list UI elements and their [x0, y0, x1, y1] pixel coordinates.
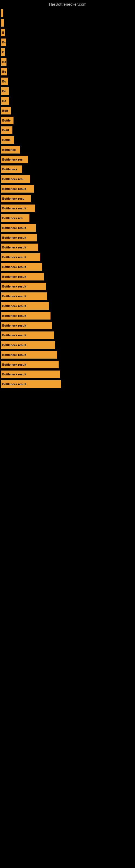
bar-row-26: Bottleneck result [0, 261, 135, 271]
bar-5: Bo [1, 58, 6, 66]
bar-20: Bottleneck result [1, 205, 35, 212]
bar-row-18: Bottleneck result [0, 183, 135, 193]
bar-row-9: Bo [0, 95, 135, 105]
bar-row-23: Bottleneck result [0, 232, 135, 242]
bar-25: Bottleneck result [1, 253, 40, 261]
bar-row-29: Bottleneck result [0, 291, 135, 301]
bar-row-16: Bottleneck [0, 164, 135, 174]
bar-18: Bottleneck result [1, 185, 34, 193]
bar-12: Bottl [1, 126, 12, 134]
bar-27: Bottleneck result [1, 273, 44, 280]
bar-23: Bottleneck result [1, 234, 37, 241]
bar-16: Bottleneck [1, 165, 22, 173]
bar-13: Bottle [1, 136, 14, 144]
bar-row-25: Bottleneck result [0, 252, 135, 261]
bar-row-15: Bottleneck res [0, 154, 135, 164]
bar-row-37: Bottleneck result [0, 369, 135, 379]
bar-row-38: Bottleneck result [0, 379, 135, 389]
bar-row-14: Bottlenec [0, 144, 135, 154]
bar-11: Bottle [1, 117, 13, 124]
bar-26: Bottleneck result [1, 263, 42, 271]
bar-row-24: Bottleneck result [0, 242, 135, 252]
bar-1 [1, 19, 4, 27]
bar-row-5: Bo [0, 56, 135, 66]
bar-8: Bo [1, 87, 9, 95]
bar-38: Bottleneck result [1, 380, 61, 388]
bars-container: BBoBBoBoBoBoBoBottBottleBottlBottleBottl… [0, 8, 135, 389]
bar-9: Bo [1, 97, 9, 105]
bar-row-12: Bottl [0, 125, 135, 134]
bar-4: B [1, 48, 5, 56]
bar-row-19: Bottleneck resu [0, 193, 135, 203]
bar-row-36: Bottleneck result [0, 359, 135, 369]
bar-row-2: B [0, 27, 135, 37]
bar-row-20: Bottleneck result [0, 203, 135, 213]
bar-row-17: Bottleneck resu [0, 174, 135, 183]
bar-33: Bottleneck result [1, 332, 54, 339]
bar-3: Bo [1, 38, 6, 46]
bar-31: Bottleneck result [1, 312, 50, 319]
bar-21: Bottleneck res [1, 214, 30, 222]
bar-28: Bottleneck result [1, 283, 46, 290]
bar-15: Bottleneck res [1, 156, 28, 163]
bar-35: Bottleneck result [1, 351, 57, 359]
bar-row-11: Bottle [0, 115, 135, 125]
bar-row-28: Bottleneck result [0, 281, 135, 291]
bar-row-3: Bo [0, 37, 135, 46]
bar-row-30: Bottleneck result [0, 301, 135, 310]
site-title: TheBottlenecker.com [0, 0, 135, 8]
bar-19: Bottleneck resu [1, 195, 31, 203]
bar-row-6: Bo [0, 66, 135, 76]
bar-2: B [1, 29, 5, 36]
bar-24: Bottleneck result [1, 244, 38, 251]
bar-36: Bottleneck result [1, 361, 58, 368]
bar-row-10: Bott [0, 105, 135, 115]
bar-row-7: Bo [0, 76, 135, 86]
bar-row-27: Bottleneck result [0, 271, 135, 281]
bar-row-34: Bottleneck result [0, 340, 135, 349]
bar-row-8: Bo [0, 86, 135, 95]
bar-row-22: Bottleneck result [0, 222, 135, 232]
bar-row-4: B [0, 46, 135, 56]
bar-6: Bo [1, 68, 7, 75]
bar-14: Bottlenec [1, 146, 20, 154]
bar-row-13: Bottle [0, 134, 135, 144]
bar-32: Bottleneck result [1, 322, 52, 329]
bar-10: Bott [1, 107, 11, 115]
bar-29: Bottleneck result [1, 292, 47, 300]
bar-row-32: Bottleneck result [0, 320, 135, 330]
bar-7: Bo [1, 78, 8, 85]
bar-0 [1, 9, 3, 17]
bar-17: Bottleneck resu [1, 175, 30, 183]
bar-22: Bottleneck result [1, 224, 36, 231]
bar-row-33: Bottleneck result [0, 330, 135, 340]
bar-row-21: Bottleneck res [0, 213, 135, 222]
bar-34: Bottleneck result [1, 341, 55, 349]
bar-row-1 [0, 18, 135, 27]
bar-row-35: Bottleneck result [0, 349, 135, 359]
bar-37: Bottleneck result [1, 371, 60, 378]
bar-30: Bottleneck result [1, 302, 49, 310]
bar-row-31: Bottleneck result [0, 310, 135, 320]
bar-row-0 [0, 8, 135, 18]
